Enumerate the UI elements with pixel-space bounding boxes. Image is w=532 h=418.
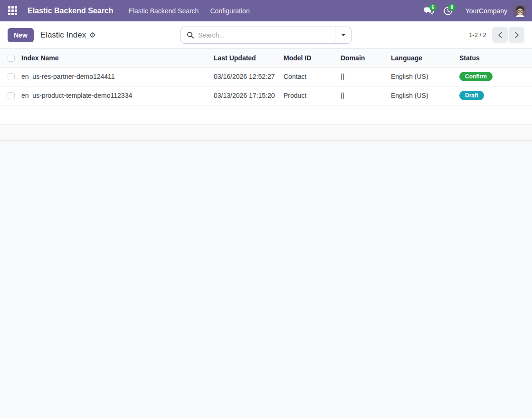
cell-status: Draft (459, 86, 532, 105)
index-table: Index Name Last Updated Model ID Domain … (0, 49, 532, 105)
menu-elastic-backend-search[interactable]: Elastic Backend Search (123, 0, 205, 21)
top-navbar: Elastic Backend Search Elastic Backend S… (0, 0, 532, 21)
column-header-language[interactable]: Language (391, 49, 459, 67)
apps-menu-button[interactable] (4, 2, 21, 19)
app-brand-title[interactable]: Elastic Backend Search (23, 7, 118, 15)
table-header-row: Index Name Last Updated Model ID Domain … (0, 49, 532, 67)
systray: 6 8 YourCompany (421, 3, 526, 19)
cell-language: English (US) (391, 67, 459, 86)
status-badge: Draft (459, 91, 484, 100)
apps-grid-icon (8, 6, 17, 15)
chevron-down-icon (341, 34, 346, 36)
messages-count-badge: 6 (429, 4, 437, 11)
menu-configuration[interactable]: Configuration (204, 0, 255, 21)
cell-last-updated: 03/16/2026 12:52:27 (214, 67, 284, 86)
search-input[interactable] (198, 31, 335, 39)
column-header-status[interactable]: Status (459, 49, 532, 67)
table-footer (0, 124, 532, 141)
select-all-checkbox[interactable] (8, 55, 15, 62)
row-checkbox[interactable] (8, 73, 15, 80)
gear-icon[interactable]: ⚙ (89, 31, 95, 38)
new-button[interactable]: New (8, 28, 34, 42)
table-row[interactable]: en_us-res-partner-demo124411 03/16/2026 … (0, 67, 532, 86)
activities-count-badge: 8 (448, 4, 456, 11)
index-table-body: en_us-res-partner-demo124411 03/16/2026 … (0, 67, 532, 105)
cell-index-name: en_us-product-template-demo112334 (21, 86, 214, 105)
search-bar (180, 27, 352, 44)
top-menu: Elastic Backend Search Configuration (123, 0, 256, 21)
pager: 1-2 / 2 (469, 27, 524, 43)
pager-counter: 1-2 / 2 (469, 31, 486, 38)
cell-model-id: Contact (284, 67, 341, 86)
cell-domain: [] (341, 86, 391, 105)
table-row[interactable]: en_us-product-template-demo112334 03/13/… (0, 86, 532, 105)
column-header-model-id[interactable]: Model ID (284, 49, 341, 67)
company-name[interactable]: YourCompany (466, 7, 507, 15)
breadcrumb-title: Elastic Index (40, 30, 86, 40)
cell-index-name: en_us-res-partner-demo124411 (21, 67, 214, 86)
user-avatar[interactable] (514, 5, 526, 17)
status-badge: Confirm (459, 72, 493, 81)
header-checkbox-cell (0, 49, 21, 67)
search-icon (187, 31, 194, 39)
table-empty-row (0, 105, 532, 124)
row-checkbox-cell (0, 67, 21, 86)
column-header-index-name[interactable]: Index Name (21, 49, 214, 67)
cell-model-id: Product (284, 86, 341, 105)
messages-button[interactable]: 6 (421, 3, 437, 19)
chevron-right-icon (514, 32, 519, 38)
search-dropdown-toggle[interactable] (335, 27, 351, 43)
column-header-domain[interactable]: Domain (341, 49, 391, 67)
control-panel: New Elastic Index ⚙ 1-2 / 2 (0, 21, 532, 49)
chevron-left-icon (498, 32, 503, 38)
cell-domain: [] (341, 67, 391, 86)
avatar-image (514, 5, 526, 17)
cell-last-updated: 03/13/2026 17:15:20 (214, 86, 284, 105)
list-view: Index Name Last Updated Model ID Domain … (0, 49, 532, 141)
activities-button[interactable]: 8 (440, 3, 456, 19)
cell-language: English (US) (391, 86, 459, 105)
pager-next-button[interactable] (509, 27, 524, 43)
pager-previous-button[interactable] (492, 27, 508, 43)
row-checkbox-cell (0, 86, 21, 105)
cell-status: Confirm (459, 67, 532, 86)
row-checkbox[interactable] (8, 92, 15, 99)
column-header-last-updated[interactable]: Last Updated (214, 49, 284, 67)
